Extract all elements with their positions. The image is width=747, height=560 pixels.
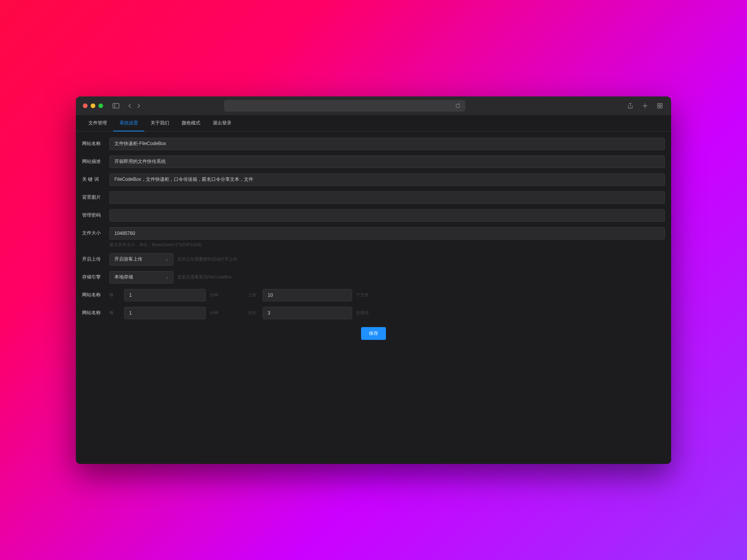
rate2-mid2: 允许 — [248, 310, 259, 316]
enable-upload-value: 开启游客上传 — [114, 256, 142, 262]
titlebar — [76, 96, 671, 115]
tab-logout[interactable]: 退出登录 — [207, 115, 238, 131]
settings-form: 网站名称 网站描述 关 键 词 背景图片 管理密码 — [76, 131, 671, 464]
tabs: 文件管理 系统设置 关于我们 颜色模式 退出登录 — [76, 115, 671, 131]
tab-about-us[interactable]: 关于我们 — [144, 115, 175, 131]
close-window-button[interactable] — [83, 103, 88, 108]
rate1-label: 网站名称 — [82, 292, 105, 298]
tab-color-mode[interactable]: 颜色模式 — [175, 115, 207, 131]
rate1-suffix: 个文件 — [356, 292, 369, 298]
keywords-label: 关 键 词 — [82, 176, 105, 183]
chevron-down-icon: ⌄ — [165, 257, 168, 261]
admin-pwd-label: 管理密码 — [82, 212, 105, 219]
save-button[interactable]: 保存 — [361, 327, 386, 340]
refresh-icon[interactable] — [455, 103, 461, 108]
storage-select[interactable]: 本地存储 ⌄ — [109, 271, 174, 284]
keywords-input[interactable] — [109, 173, 665, 186]
tab-system-settings[interactable]: 系统设置 — [113, 115, 144, 131]
rate2-suffix: 次错误 — [356, 310, 369, 316]
admin-pwd-input[interactable] — [109, 209, 665, 222]
storage-value: 本地存储 — [114, 274, 133, 280]
file-size-input[interactable] — [109, 227, 665, 240]
site-desc-input[interactable] — [109, 156, 665, 168]
site-desc-label: 网站描述 — [82, 158, 105, 165]
rate2-minutes-input[interactable] — [124, 307, 206, 319]
new-tab-icon[interactable] — [641, 101, 649, 110]
site-name-label: 网站名称 — [82, 140, 105, 147]
file-size-label: 文件大小 — [82, 230, 105, 236]
rate2-mid1: 分钟 — [210, 310, 221, 316]
content-area: 文件管理 系统设置 关于我们 颜色模式 退出登录 网站名称 网站描述 关 键 词 — [76, 115, 671, 464]
rate2-label: 网站名称 — [82, 310, 105, 316]
rate1-count-input[interactable] — [263, 289, 352, 301]
rate1-minutes-input[interactable] — [124, 289, 206, 301]
svg-rect-4 — [658, 103, 659, 105]
back-button[interactable] — [126, 102, 133, 110]
svg-rect-6 — [658, 106, 659, 108]
url-bar[interactable] — [224, 100, 465, 112]
rate1-mid1: 分钟 — [210, 292, 221, 298]
enable-upload-label: 开启上传 — [82, 256, 105, 262]
file-size-hint: 最大文件大小，单位：Bytes(1mb=1*1024*1024) — [109, 242, 665, 248]
enable-upload-hint: 关闭之后需要密码启动打开上传 — [177, 256, 237, 262]
storage-label: 存储引擎 — [82, 274, 105, 280]
bg-image-label: 背景图片 — [82, 194, 105, 201]
tab-file-management[interactable]: 文件管理 — [82, 115, 113, 131]
tabs-overview-icon[interactable] — [656, 101, 664, 110]
titlebar-right — [626, 101, 664, 110]
forward-button[interactable] — [135, 102, 142, 110]
rate2-prefix: 每 — [109, 310, 120, 316]
share-icon[interactable] — [626, 101, 635, 110]
chevron-down-icon: ⌄ — [165, 275, 168, 279]
svg-rect-5 — [660, 103, 662, 105]
minimize-window-button[interactable] — [91, 103, 95, 108]
svg-rect-7 — [660, 106, 662, 108]
browser-window: 文件管理 系统设置 关于我们 颜色模式 退出登录 网站名称 网站描述 关 键 词 — [76, 96, 671, 464]
sidebar-toggle-icon[interactable] — [111, 102, 121, 110]
rate2-count-input[interactable] — [263, 307, 352, 319]
rate1-mid2: 上传 — [248, 292, 259, 298]
site-name-input[interactable] — [109, 138, 665, 150]
bg-image-input[interactable] — [109, 191, 665, 204]
nav-arrows — [126, 102, 142, 110]
maximize-window-button[interactable] — [98, 103, 103, 108]
svg-rect-0 — [113, 103, 119, 108]
rate1-prefix: 每 — [109, 292, 120, 298]
storage-hint: 变更后需要重启FileCodeBox — [177, 274, 232, 280]
traffic-lights — [83, 103, 103, 108]
enable-upload-select[interactable]: 开启游客上传 ⌄ — [109, 253, 174, 266]
